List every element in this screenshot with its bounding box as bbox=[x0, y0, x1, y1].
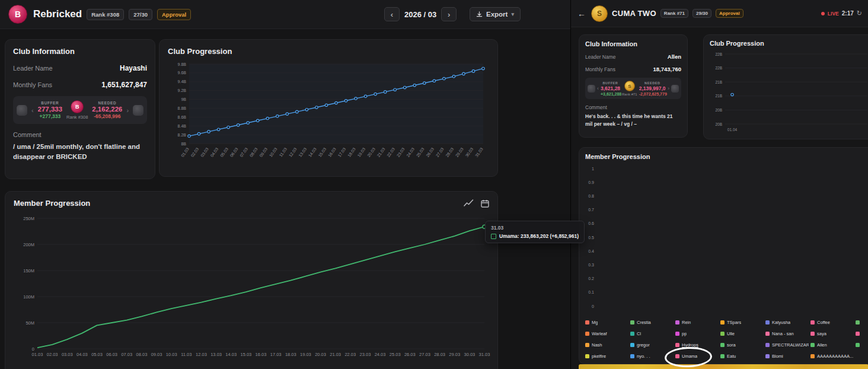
export-button[interactable]: Export ▾ bbox=[470, 7, 521, 21]
calendar-icon[interactable] bbox=[481, 199, 489, 208]
legend-item[interactable]: nyo. . . bbox=[630, 352, 675, 360]
data-point bbox=[443, 77, 445, 79]
legend-item[interactable]: Cl bbox=[630, 329, 675, 338]
rank-badge: Rank #71 bbox=[660, 9, 688, 18]
chevron-down-icon: ▾ bbox=[511, 11, 514, 17]
approval-badge: Approval bbox=[716, 9, 743, 18]
x-axis-label: 17.03 bbox=[337, 147, 347, 157]
x-axis-label: 25.03 bbox=[416, 147, 425, 157]
legend-item[interactable]: Nash bbox=[585, 341, 630, 349]
legend-item[interactable]: Crestia bbox=[630, 318, 675, 326]
club-progression-chart[interactable]: 22B22B21B21B20B20B01.04 bbox=[710, 50, 868, 135]
legend-item[interactable]: Blomi bbox=[765, 352, 810, 360]
buffer-column: BUFFER 3,621,288 +3,621,288 bbox=[601, 81, 620, 96]
leader-row: Leader Name Allen bbox=[585, 53, 681, 60]
chevron-right-icon: › bbox=[668, 85, 669, 91]
data-point bbox=[276, 115, 279, 117]
club-crest-icon: S bbox=[624, 81, 635, 91]
member-progression-chart[interactable]: 10.90.80.70.60.50.40.30.20.10 bbox=[585, 164, 864, 311]
live-status: LIVE 2:17 ↻ bbox=[821, 9, 863, 17]
y-axis-label: 0.4 bbox=[588, 249, 594, 253]
legend-item[interactable]: Rein bbox=[675, 318, 720, 326]
x-axis-label: 18.03 bbox=[347, 147, 356, 157]
legend-color-swatch bbox=[585, 343, 589, 347]
legend-item[interactable]: Allen bbox=[810, 341, 856, 349]
fans-value: 1,651,627,847 bbox=[101, 81, 147, 89]
needed-value: 2,139,997,0... bbox=[639, 85, 666, 91]
fans-row: Monthly Fans 1,651,627,847 bbox=[13, 81, 147, 89]
y-axis-label: 0.3 bbox=[588, 263, 594, 267]
legend-item[interactable]: AAAAAAAAAAA... bbox=[810, 352, 856, 360]
legend-label: Katyusha bbox=[772, 320, 790, 325]
x-axis-label: 30.03 bbox=[464, 147, 474, 157]
legend-item[interactable]: sora bbox=[720, 341, 765, 349]
data-point bbox=[237, 124, 239, 126]
x-axis-label: 22.03 bbox=[386, 147, 395, 157]
legend-item[interactable]: Eatu bbox=[720, 352, 765, 360]
prev-month-button[interactable]: ‹ bbox=[384, 7, 400, 21]
leader-label: Leader Name bbox=[13, 65, 53, 72]
x-axis-label: 14.03 bbox=[225, 352, 237, 357]
comment-text: He's back. . . & this time he wants 21 m… bbox=[585, 113, 681, 128]
chart-tooltip: 31.03 Umama: 233,863,202 (+6,852,961) bbox=[485, 221, 585, 243]
legend-item[interactable]: pkelfire bbox=[585, 352, 630, 360]
fans-label: Monthly Fans bbox=[13, 81, 52, 88]
legend-item[interactable]: Hydrops bbox=[675, 341, 720, 349]
x-axis-label: 19.03 bbox=[357, 147, 366, 157]
legend-item[interactable]: Mg bbox=[585, 318, 630, 326]
legend-color-swatch bbox=[765, 354, 770, 358]
member-progression-chart[interactable]: 250M200M150M100M50M001.0302.0303.0304.03… bbox=[14, 211, 490, 362]
club-info-title: Club Information bbox=[585, 40, 681, 47]
needed-column: NEEDED 2,139,997,0... -2,072,625,779 bbox=[639, 81, 666, 96]
x-axis-label: 29.03 bbox=[455, 147, 464, 157]
legend-item[interactable]: Warleaf bbox=[585, 329, 630, 338]
legend-label: Blomi bbox=[772, 354, 783, 359]
left-club-panel: B Rebricked Rank #308 27/30 Approval ‹ 2… bbox=[0, 0, 570, 369]
left-topbar: B Rebricked Rank #308 27/30 Approval ‹ 2… bbox=[0, 0, 570, 29]
legend-item[interactable]: Umama bbox=[675, 352, 720, 360]
club-progression-chart-wrap: 9.8B9.6B9.4B9.2B9B8.8B8.6B8.4B8.2B8B01.0… bbox=[168, 59, 489, 170]
back-button[interactable]: ← bbox=[576, 9, 587, 18]
x-axis-label: 19.03 bbox=[300, 352, 311, 357]
club-progression-card: Club Progression 22B22B21B21B20B20B01.04 bbox=[703, 34, 868, 139]
legend-item[interactable]: Coffee bbox=[810, 318, 856, 326]
month-navigator: ‹ 2026 / 03 › bbox=[384, 7, 457, 21]
legend-label: TSpars bbox=[727, 320, 741, 325]
x-axis-label: 27.03 bbox=[419, 352, 430, 357]
legend-item[interactable]: TSpars bbox=[720, 318, 765, 326]
x-axis-label: 01.03 bbox=[180, 147, 190, 157]
legend-item[interactable]: pp bbox=[675, 329, 720, 338]
y-axis-label: 0.2 bbox=[588, 276, 594, 281]
legend-item[interactable]: Nana - san bbox=[765, 329, 810, 338]
legend-item[interactable]: saya bbox=[810, 329, 856, 338]
neighbor-club-icon bbox=[17, 105, 27, 116]
legend-item[interactable] bbox=[856, 341, 868, 349]
legend-label: Warleaf bbox=[592, 331, 607, 336]
legend-label: saya bbox=[817, 331, 826, 336]
comment-label: Comment bbox=[585, 104, 681, 110]
refresh-icon[interactable]: ↻ bbox=[857, 9, 862, 17]
y-axis-label: 8.8B bbox=[178, 106, 187, 110]
x-axis-label: 21.03 bbox=[330, 352, 341, 357]
data-point bbox=[296, 110, 298, 113]
legend-item[interactable]: gregor bbox=[630, 341, 675, 349]
buffer-value: 277,333 bbox=[38, 106, 63, 113]
next-month-button[interactable]: › bbox=[441, 7, 457, 21]
dashboard: B Rebricked Rank #308 27/30 Approval ‹ 2… bbox=[0, 0, 868, 369]
legend-item[interactable]: SPECTRALWIZARD bbox=[765, 341, 810, 349]
y-axis-label: 1 bbox=[592, 167, 594, 171]
leader-label: Leader Name bbox=[585, 54, 616, 60]
legend-item[interactable]: Katyusha bbox=[765, 318, 810, 326]
leader-value: Allen bbox=[668, 53, 681, 60]
x-axis-label: 05.03 bbox=[219, 147, 229, 157]
line-chart-toggle-icon[interactable] bbox=[464, 199, 474, 207]
buffer-column: BUFFER 277,333 +277,333 bbox=[38, 101, 63, 119]
legend-item[interactable] bbox=[856, 318, 868, 326]
legend-item[interactable] bbox=[856, 329, 868, 338]
x-axis-label: 31.03 bbox=[474, 147, 484, 157]
y-axis-label: 8B bbox=[181, 142, 186, 146]
rank-buffer-box: ‹ BUFFER 277,333 +277,333 B Rank #308 NE… bbox=[13, 96, 147, 124]
club-progression-chart[interactable]: 9.8B9.6B9.4B9.2B9B8.8B8.6B8.4B8.2B8B01.0… bbox=[168, 59, 490, 170]
legend-item[interactable]: Ulle bbox=[720, 329, 765, 338]
data-point bbox=[344, 100, 347, 102]
